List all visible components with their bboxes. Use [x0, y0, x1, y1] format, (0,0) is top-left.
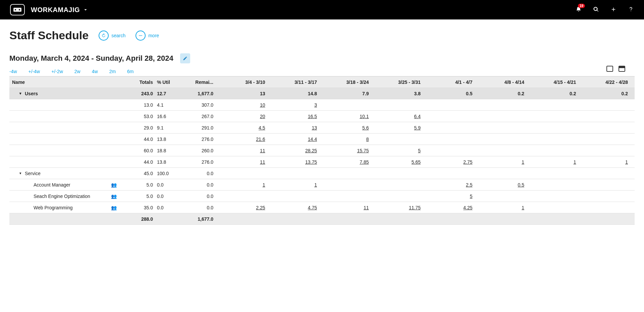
user-week[interactable]: 5.65: [373, 159, 425, 165]
svc-week[interactable]: 1: [217, 182, 269, 188]
svc-week[interactable]: 4.75: [269, 205, 321, 210]
topbar-right: 19: [576, 6, 634, 13]
user-week[interactable]: 1: [580, 159, 632, 165]
user-week[interactable]: 20: [217, 114, 269, 119]
user-row[interactable]: 53.016.6267.02016.510.16.4: [9, 111, 635, 122]
svc-week[interactable]: 5: [425, 194, 477, 199]
svc-week[interactable]: 0.5: [477, 182, 529, 188]
users-group-row[interactable]: ▾Users243.012.71,677.01314.87.93.80.50.2…: [9, 88, 635, 99]
service-row[interactable]: Account Manager👥5.00.00.0112.50.5: [9, 179, 635, 191]
service-name-cell: Seach Engine Optimization👥: [9, 194, 120, 199]
users-remain: 1,677.0: [177, 91, 217, 96]
user-week[interactable]: 21.6: [217, 137, 269, 142]
user-totals: 60.0: [120, 148, 157, 153]
view-toggle-list[interactable]: [619, 66, 625, 72]
people-icon[interactable]: 👥: [111, 205, 117, 210]
svc-week[interactable]: 4.25: [425, 205, 477, 210]
add-icon[interactable]: [610, 6, 616, 13]
user-week[interactable]: 16.5: [269, 114, 321, 119]
app-logo[interactable]: [10, 4, 25, 15]
user-week[interactable]: 11: [217, 159, 269, 165]
service-label[interactable]: ▾Service: [9, 171, 120, 176]
user-week[interactable]: 13.75: [269, 159, 321, 165]
user-totals: 13.0: [120, 102, 157, 108]
col-util: % Util: [157, 80, 177, 85]
user-remain: 260.0: [177, 148, 217, 153]
user-week[interactable]: 7.85: [321, 159, 373, 165]
svc-week[interactable]: 1: [269, 182, 321, 188]
edit-date-button[interactable]: [180, 53, 190, 63]
range-link[interactable]: 2m: [109, 69, 116, 74]
user-week[interactable]: 15.75: [321, 148, 373, 153]
help-icon[interactable]: [628, 6, 634, 13]
range-link[interactable]: -4w: [9, 69, 17, 74]
user-remain: 276.0: [177, 137, 217, 142]
svc-week[interactable]: 2.25: [217, 205, 269, 210]
svc-week[interactable]: 2.5: [425, 182, 477, 188]
user-row[interactable]: 44.013.8276.021.614.48: [9, 134, 635, 145]
user-week[interactable]: 1: [528, 159, 580, 165]
search-action[interactable]: search: [99, 31, 125, 41]
range-link[interactable]: +/-2w: [51, 69, 63, 74]
user-row[interactable]: 44.013.8276.01113.757.855.652.75111: [9, 156, 635, 168]
col-name: Name: [9, 80, 120, 85]
user-week[interactable]: 11: [217, 148, 269, 153]
user-row[interactable]: 29.09.1291.04.5135.65.9: [9, 122, 635, 134]
range-link[interactable]: +/-4w: [29, 69, 40, 74]
user-remain: 291.0: [177, 125, 217, 131]
pencil-icon: [183, 56, 187, 61]
user-util: 18.8: [157, 148, 177, 153]
user-week[interactable]: 8: [321, 137, 373, 142]
user-week[interactable]: 13: [269, 125, 321, 131]
svg-point-1: [140, 35, 141, 36]
user-totals: 53.0: [120, 114, 157, 119]
service-group-row[interactable]: ▾Service45.0100.00.0: [9, 168, 635, 179]
view-toggles: [606, 66, 625, 72]
range-link[interactable]: 2w: [74, 69, 80, 74]
col-remain: Remai...: [177, 80, 217, 85]
service-remain: 0.0: [177, 171, 217, 176]
user-week[interactable]: 1: [477, 159, 529, 165]
users-week: 3.8: [373, 91, 425, 96]
users-week: 0.5: [425, 91, 477, 96]
user-week[interactable]: 6.4: [373, 114, 425, 119]
users-week: 14.8: [269, 91, 321, 96]
user-week[interactable]: 5: [373, 148, 425, 153]
people-icon[interactable]: 👥: [111, 194, 117, 199]
users-week: 0.2: [477, 91, 529, 96]
view-toggle-card[interactable]: [606, 66, 613, 72]
svc-week[interactable]: 11.75: [373, 205, 425, 210]
user-week[interactable]: 28.25: [269, 148, 321, 153]
range-link[interactable]: 4w: [92, 69, 98, 74]
user-remain: 307.0: [177, 102, 217, 108]
users-totals: 243.0: [120, 91, 157, 96]
chevron-down-icon[interactable]: ▾: [19, 171, 21, 175]
users-label[interactable]: ▾Users: [9, 91, 120, 96]
brand-menu[interactable]: WORKAMAJIG: [31, 6, 89, 14]
service-row[interactable]: Seach Engine Optimization👥5.00.00.05: [9, 191, 635, 202]
ranges-row: -4w+/-4w+/-2w2w4w2m6m: [9, 63, 635, 74]
notifications-icon[interactable]: 19: [576, 6, 582, 13]
user-row[interactable]: 60.018.8260.01128.2515.755: [9, 145, 635, 156]
user-week[interactable]: 3: [269, 102, 321, 108]
user-week[interactable]: 14.4: [269, 137, 321, 142]
people-icon[interactable]: 👥: [111, 182, 117, 188]
range-link[interactable]: 6m: [127, 69, 133, 74]
user-week[interactable]: 10.1: [321, 114, 373, 119]
user-util: 9.1: [157, 125, 177, 131]
svc-week[interactable]: 11: [321, 205, 373, 210]
user-week[interactable]: 10: [217, 102, 269, 108]
user-week[interactable]: 2.75: [425, 159, 477, 165]
service-row[interactable]: Web Programming👥35.00.00.02.254.751111.7…: [9, 202, 635, 213]
schedule-grid: NameTotals% UtilRemai...3/4 - 3/103/11 -…: [9, 76, 635, 225]
user-week[interactable]: 5.9: [373, 125, 425, 131]
more-action[interactable]: more: [136, 31, 159, 41]
chevron-down-icon: [83, 7, 89, 13]
user-week[interactable]: 4.5: [217, 125, 269, 131]
user-row[interactable]: 13.04.1307.0103: [9, 99, 635, 111]
svc-week[interactable]: 1: [477, 205, 529, 210]
search-icon[interactable]: [593, 6, 599, 13]
svc-totals: 5.0: [120, 182, 157, 188]
user-week[interactable]: 5.6: [321, 125, 373, 131]
chevron-down-icon[interactable]: ▾: [19, 91, 21, 96]
